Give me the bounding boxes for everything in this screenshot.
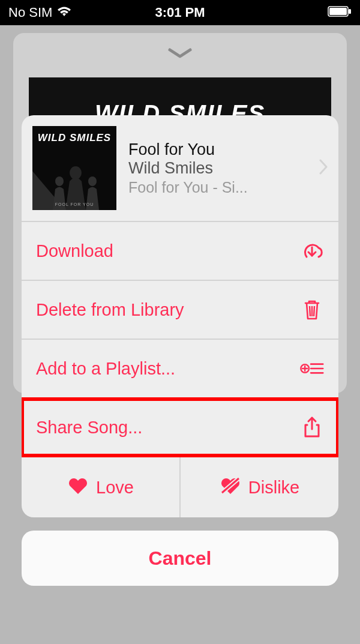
add-to-playlist-icon bbox=[300, 360, 324, 378]
share-icon bbox=[300, 416, 324, 439]
svg-point-6 bbox=[88, 176, 97, 186]
add-to-playlist-button[interactable]: Add to a Playlist... bbox=[22, 340, 338, 397]
delete-label: Delete from Library bbox=[36, 300, 184, 320]
love-label: Love bbox=[96, 478, 134, 498]
song-album: Fool for You - Si... bbox=[128, 179, 307, 196]
svg-rect-2 bbox=[349, 9, 351, 14]
thumbnail-artist-text: WILD SMILES bbox=[32, 132, 116, 144]
action-sheet: WILD SMILES FOOL FOR YOU Fool for You Wi… bbox=[22, 115, 338, 586]
dislike-label: Dislike bbox=[248, 478, 299, 498]
wifi-icon bbox=[57, 5, 71, 20]
song-artist: Wild Smiles bbox=[128, 159, 307, 178]
cancel-button[interactable]: Cancel bbox=[22, 531, 338, 586]
svg-line-10 bbox=[314, 306, 314, 316]
download-button[interactable]: Download bbox=[22, 222, 338, 280]
share-song-label: Share Song... bbox=[36, 418, 142, 438]
svg-point-5 bbox=[55, 176, 64, 186]
trash-icon bbox=[300, 299, 324, 320]
svg-line-8 bbox=[310, 306, 310, 316]
thumbnail-album-text: FOOL FOR YOU bbox=[32, 202, 116, 206]
carrier-label: No SIM bbox=[8, 5, 52, 20]
svg-rect-1 bbox=[329, 8, 347, 15]
dislike-button[interactable]: Dislike bbox=[181, 457, 338, 517]
cancel-label: Cancel bbox=[149, 547, 212, 570]
add-to-playlist-label: Add to a Playlist... bbox=[36, 359, 175, 379]
heart-slash-icon bbox=[220, 476, 241, 499]
share-song-button[interactable]: Share Song... bbox=[22, 399, 338, 456]
song-title: Fool for You bbox=[128, 140, 307, 159]
song-header[interactable]: WILD SMILES FOOL FOR YOU Fool for You Wi… bbox=[22, 115, 338, 221]
svg-point-4 bbox=[70, 166, 82, 179]
battery-icon bbox=[328, 5, 352, 20]
status-bar: No SIM 3:01 PM bbox=[0, 0, 360, 25]
heart-icon bbox=[67, 476, 89, 499]
chevron-right-icon bbox=[319, 159, 328, 177]
chevron-down-icon bbox=[13, 47, 347, 62]
love-button[interactable]: Love bbox=[22, 457, 179, 517]
clock: 3:01 PM bbox=[155, 5, 205, 20]
download-label: Download bbox=[36, 241, 113, 261]
album-thumbnail: WILD SMILES FOOL FOR YOU bbox=[32, 126, 116, 210]
delete-from-library-button[interactable]: Delete from Library bbox=[22, 281, 338, 339]
download-icon bbox=[300, 241, 324, 261]
